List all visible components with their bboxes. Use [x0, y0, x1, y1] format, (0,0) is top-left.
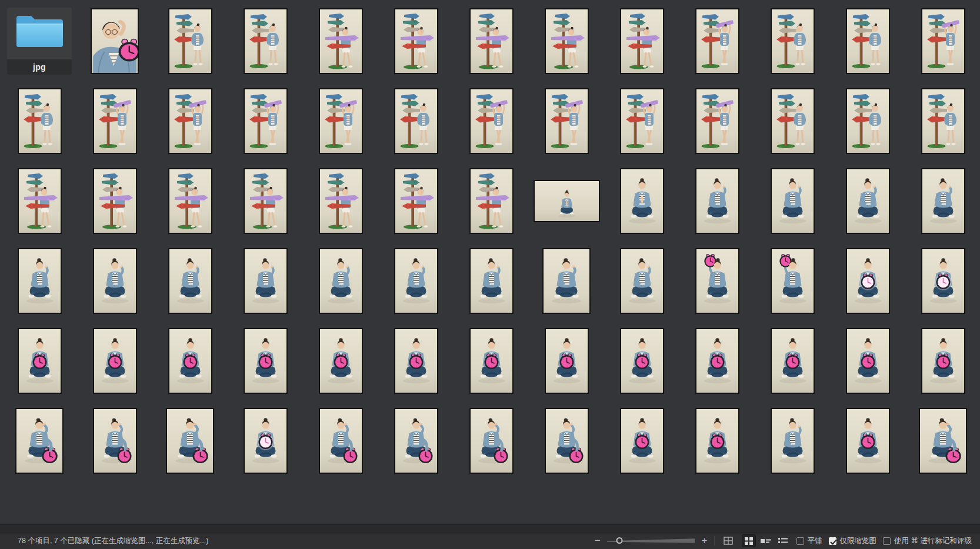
thumbnail-sit_clock[interactable] [846, 328, 890, 394]
thumbnail-sp_hold[interactable] [93, 88, 137, 154]
thumbnail-sit[interactable] [771, 408, 815, 474]
thumbnail-sp_hold[interactable] [319, 88, 363, 154]
status-bar: 78 个项目, 7 个已隐藏 (正在生成缩览图..., 正在生成预览...) −… [0, 533, 980, 549]
folder-name: jpg [33, 62, 46, 72]
thumbnail-sit_clock[interactable] [93, 328, 137, 394]
thumbnail-sit_clock[interactable] [695, 408, 739, 474]
thumbnail-sp_lean[interactable] [469, 168, 514, 234]
thumbnail-sp_lean[interactable] [244, 168, 288, 234]
thumbnail-sit_clock[interactable] [319, 328, 363, 394]
thumbnail-sp_stand[interactable] [846, 88, 890, 154]
thumbnail-size-slider[interactable] [607, 537, 695, 545]
thumbnail-sp_lean[interactable] [620, 8, 664, 74]
thumbnail-sit_clock_low[interactable] [919, 408, 967, 474]
thumbnail-sp_hold[interactable] [921, 8, 965, 74]
thumbnail-sit_clock_low[interactable] [319, 408, 363, 474]
thumbnail-sp_hold[interactable] [695, 8, 739, 74]
view-mode-buttons [742, 534, 790, 547]
thumbnail-sp_stand[interactable] [168, 8, 212, 74]
thumbnail-sit[interactable] [244, 248, 288, 314]
thumbnail-sp_stand[interactable] [846, 8, 890, 74]
thumbnail-sit[interactable] [921, 168, 965, 234]
thumbnail-sit_clock_low[interactable] [15, 408, 64, 474]
thumbnail-closeup[interactable] [91, 8, 139, 74]
thumbnail-sp_hold[interactable] [244, 88, 288, 154]
thumbnail-sit_clock[interactable] [620, 408, 664, 474]
thumbnail-sp_hold[interactable] [545, 88, 589, 154]
thumbnail-sit_clock_bright[interactable] [921, 248, 965, 314]
thumbnail-sit[interactable] [620, 248, 664, 314]
thumbnail-sp_lean[interactable] [394, 8, 438, 74]
thumbnail-med_land[interactable] [534, 180, 600, 222]
thumbnail-sit_clock_bright[interactable] [846, 248, 890, 314]
thumbnail-sit[interactable] [846, 168, 890, 234]
list-view-button[interactable] [776, 534, 790, 547]
thumbnail-sit_clock_low[interactable] [394, 408, 438, 474]
thumbnail-sit[interactable] [394, 248, 438, 314]
tile-checkbox[interactable] [796, 537, 804, 545]
thumbnail-sp_lean[interactable] [93, 168, 137, 234]
thumbnail-sp_stand[interactable] [771, 88, 815, 154]
use-command-ratings-toggle[interactable]: 使用 ⌘ 进行标记和评级 [883, 536, 972, 546]
content-area: jpg [0, 0, 980, 525]
details-view-button[interactable] [759, 534, 773, 547]
thumbnail-sit_clock[interactable] [695, 328, 739, 394]
thumbnail-sit[interactable] [695, 168, 739, 234]
thumbnails-only-checkbox[interactable] [829, 537, 836, 545]
thumbnail-sp_stand[interactable] [921, 88, 965, 154]
thumbnail-sp_lean[interactable] [168, 168, 212, 234]
thumbnail-sit_clock[interactable] [18, 328, 62, 394]
thumbnail-sit_clock[interactable] [771, 328, 815, 394]
thumbnail-sp_stand[interactable] [394, 88, 438, 154]
thumbnail-sp_hold[interactable] [695, 88, 739, 154]
thumbnail-sit_clock[interactable] [394, 328, 438, 394]
thumbnails-only-toggle[interactable]: 仅限缩览图 [829, 536, 877, 546]
thumbnail-sit_clock[interactable] [921, 328, 965, 394]
thumbnail-sp_lean[interactable] [18, 168, 62, 234]
thumbnail-sp_lean[interactable] [545, 8, 589, 74]
thumbnail-sit_clock[interactable] [244, 328, 288, 394]
thumbnail-sp_lean[interactable] [319, 168, 363, 234]
thumbnail-sp_lean[interactable] [319, 8, 363, 74]
thumbnail-sp_lean[interactable] [394, 168, 438, 234]
details-view-icon [761, 537, 771, 545]
thumbnail-sit[interactable] [771, 168, 815, 234]
thumbnail-sp_hold[interactable] [620, 88, 664, 154]
list-view-icon [778, 537, 788, 544]
thumbnail-sit[interactable] [542, 248, 591, 314]
thumbnail-sit_clock_low[interactable] [166, 408, 214, 474]
folder-item[interactable]: jpg [7, 8, 72, 75]
thumbnail-sit_clock_bright[interactable] [244, 408, 288, 474]
use-command-ratings-checkbox[interactable] [883, 537, 891, 545]
thumbnail-sit[interactable] [18, 248, 62, 314]
thumbnail-sit_clock_raise[interactable] [771, 248, 815, 314]
zoom-out-button[interactable]: − [595, 535, 601, 545]
zoom-in-button[interactable]: + [702, 535, 708, 545]
folder-icon [15, 13, 64, 49]
slider-knob[interactable] [616, 537, 622, 544]
thumbnail-sit[interactable] [469, 248, 514, 314]
horizontal-scrollbar[interactable] [0, 524, 980, 533]
thumbnail-sit[interactable] [168, 248, 212, 314]
thumbnail-meditate[interactable] [620, 168, 664, 234]
lock-thumbnail-grid-button[interactable] [721, 534, 735, 547]
thumbnail-sp_lean[interactable] [469, 8, 514, 74]
thumbnail-sp_hold[interactable] [469, 88, 514, 154]
tile-toggle[interactable]: 平铺 [796, 536, 822, 546]
grid-view-button[interactable] [742, 534, 756, 547]
thumbnail-sit_clock_raise[interactable] [695, 248, 739, 314]
thumbnail-sit_clock_low[interactable] [469, 408, 514, 474]
thumbnail-sit_clock[interactable] [620, 328, 664, 394]
thumbnail-sit_clock[interactable] [168, 328, 212, 394]
thumbnail-sit_clock[interactable] [846, 408, 890, 474]
thumbnail-sp_stand[interactable] [244, 8, 288, 74]
thumbnail-sit_clock[interactable] [469, 328, 514, 394]
thumbnail-sp_stand[interactable] [18, 88, 62, 154]
thumbnail-sit[interactable] [319, 248, 363, 314]
thumbnail-sit_clock_low[interactable] [545, 408, 589, 474]
thumbnail-sp_hold[interactable] [168, 88, 212, 154]
thumbnail-sit_clock[interactable] [545, 328, 589, 394]
thumbnail-sit[interactable] [93, 248, 137, 314]
thumbnail-sit_clock_low[interactable] [93, 408, 137, 474]
thumbnail-sp_stand[interactable] [771, 8, 815, 74]
